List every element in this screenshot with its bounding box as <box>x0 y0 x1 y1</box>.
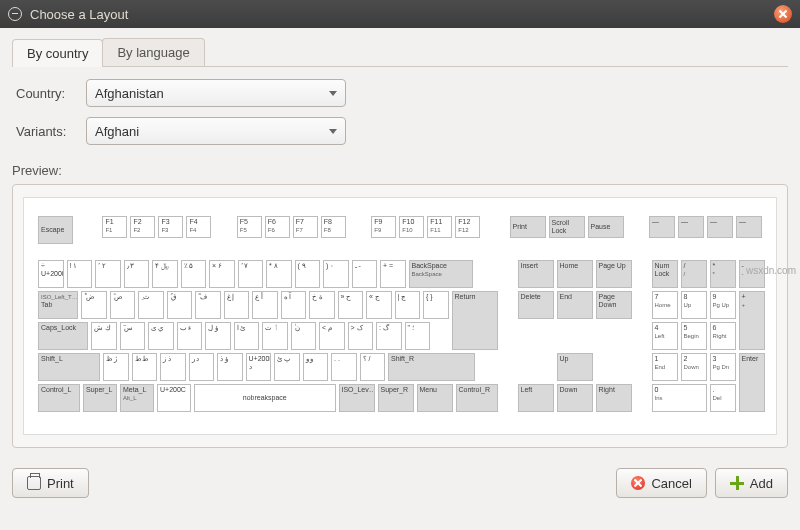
key-r1-7: ٬ ۷ <box>238 260 264 288</box>
key-r1-3: ٫ ۳ <box>124 260 150 288</box>
key-kp2: 2Down <box>681 353 707 381</box>
key-r4-0: ژ ظ <box>103 353 129 381</box>
key-kp-dec: .Del <box>710 384 736 412</box>
watermark: wsxdn.com <box>746 265 796 276</box>
numpad: Num Lock // ** -- 7Home 8Up 9Pg Up ++ 4L… <box>652 260 765 412</box>
key-kp4: 4Left <box>652 322 678 350</box>
key-delete: Delete <box>518 291 554 319</box>
key-r2-5: إ غ <box>224 291 250 319</box>
print-icon <box>27 476 41 490</box>
tab-by-language[interactable]: By language <box>102 38 204 66</box>
key-r1-0: ÷ U+2000 <box>38 260 64 288</box>
key-kp0: 0Ins <box>652 384 707 412</box>
key-kp6: 6Right <box>710 322 736 350</box>
key-r1-6: × ۶ <box>209 260 235 288</box>
key-r4-9: ؟ / <box>360 353 386 381</box>
key-home: Home <box>557 260 593 288</box>
key-super-r: Super_R <box>378 384 414 412</box>
key-r1-1: ! ۱ <box>67 260 93 288</box>
add-icon <box>730 476 744 490</box>
key-f5: F5F5 <box>237 216 262 238</box>
key-tab: ISO_Left_T…Tab <box>38 291 78 319</box>
key-kp9: 9Pg Up <box>710 291 736 319</box>
key-r1-9: ( ۹ <box>295 260 321 288</box>
key-kp1: 1End <box>652 353 678 381</box>
variants-select[interactable]: Afghani <box>86 117 346 145</box>
print-label: Print <box>47 476 74 491</box>
key-r3-11: " ؛ <box>405 322 431 350</box>
key-r3-0: ك ش <box>91 322 117 350</box>
led: — <box>649 216 675 238</box>
key-r3-8: < م <box>319 322 345 350</box>
footer: Print Cancel Add <box>0 458 800 508</box>
key-r3-3: ء ب <box>177 322 203 350</box>
key-space: nobreakspace <box>194 384 336 412</box>
key-ctrl-l: Control_L <box>38 384 80 412</box>
key-r3-1: ٓ س <box>120 322 146 350</box>
key-r4-8: . . <box>331 353 357 381</box>
key-f6: F6F6 <box>265 216 290 238</box>
key-r3-2: ي ی <box>148 322 174 350</box>
key-r3-5: ئ ا <box>234 322 260 350</box>
country-select[interactable]: Afghanistan <box>86 79 346 107</box>
key-r1-11: ـ - <box>352 260 378 288</box>
key-menu: Menu <box>417 384 453 412</box>
key-r1-2: ٬ ۲ <box>95 260 121 288</box>
key-ctrl-r: Control_R <box>456 384 498 412</box>
key-r2-10: « ج <box>366 291 392 319</box>
key-r2-9: » ح <box>338 291 364 319</box>
key-r1-8: * ۸ <box>266 260 292 288</box>
key-down: Down <box>557 384 593 412</box>
key-kp-mul: ** <box>710 260 736 288</box>
key-f1: F1F1 <box>102 216 127 238</box>
cancel-button[interactable]: Cancel <box>616 468 706 498</box>
key-r3-9: > ک <box>348 322 374 350</box>
close-icon[interactable] <box>774 5 792 23</box>
keyboard-preview: Escape F1F1F2F2F3F3F4F4 F5F5F6F6F7F7F8F8… <box>23 197 777 435</box>
key-r2-2: ِ ث <box>138 291 164 319</box>
key-left: Left <box>518 384 554 412</box>
key-right: Right <box>596 384 632 412</box>
key-pgdn: Page Down <box>596 291 632 319</box>
key-kp5: 5Begin <box>681 322 707 350</box>
key-r2-1: ً ص <box>110 291 136 319</box>
key-kp7: 7Home <box>652 291 678 319</box>
preview-label: Preview: <box>12 163 788 178</box>
key-r4-6: پ ئ <box>274 353 300 381</box>
key-shift-r: Shift_R <box>388 353 475 381</box>
key-f7: F7F7 <box>293 216 318 238</box>
key-r2-6: أ ع <box>252 291 278 319</box>
preview-area: Escape F1F1F2F2F3F3F4F4 F5F5F6F6F7F7F8F8… <box>12 184 788 448</box>
key-r4-4: ؤ ذ <box>217 353 243 381</box>
key-insert: Insert <box>518 260 554 288</box>
key-r3-10: : گ <box>376 322 402 350</box>
key-f10: F10F10 <box>399 216 424 238</box>
key-iso-level: ISO_Lev… <box>339 384 375 412</box>
key-shift-l: Shift_L <box>38 353 100 381</box>
key-r4-5: U+200D د <box>246 353 272 381</box>
window-title: Choose a Layout <box>30 7 128 22</box>
key-f9: F9F9 <box>371 216 396 238</box>
variants-label: Variants: <box>16 124 86 139</box>
add-label: Add <box>750 476 773 491</box>
print-button[interactable]: Print <box>12 468 89 498</box>
led: — <box>736 216 762 238</box>
key-kp8: 8Up <box>681 291 707 319</box>
key-f3: F3F3 <box>158 216 183 238</box>
key-r4-2: ذ ز <box>160 353 186 381</box>
tab-by-country[interactable]: By country <box>12 39 103 67</box>
key-r2-7: آ ه <box>281 291 307 319</box>
add-button[interactable]: Add <box>715 468 788 498</box>
tabs: By country By language <box>12 38 788 67</box>
key-r2-12: { } <box>423 291 449 319</box>
key-r4-7: و و <box>303 353 329 381</box>
key-escape: Escape <box>38 216 73 244</box>
key-r2-3: ُ ق <box>167 291 193 319</box>
key-r3-6: ٱ ت <box>262 322 288 350</box>
key-scroll-lock: Scroll Lock <box>549 216 585 238</box>
app-icon <box>8 7 22 21</box>
main-keys: ÷ U+2000! ۱٬ ۲٫ ۳﷼ ۴٪ ۵× ۶٬ ۷* ۸( ۹) ۰ـ … <box>38 260 498 412</box>
key-numlock: Num Lock <box>652 260 678 288</box>
key-r1-10: ) ۰ <box>323 260 349 288</box>
key-f4: F4F4 <box>186 216 211 238</box>
